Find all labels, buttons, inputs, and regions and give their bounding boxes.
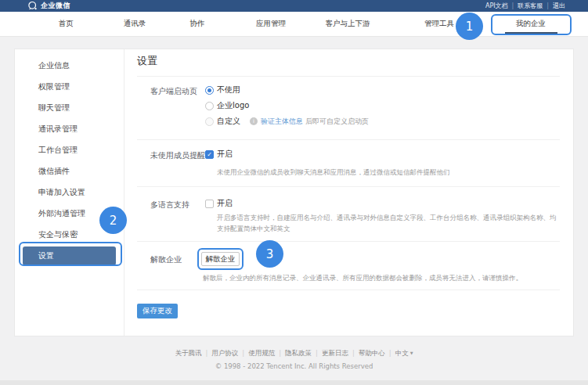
radio-custom-label[interactable]: 自定义	[217, 116, 240, 127]
remind-checkbox[interactable]: ✓	[205, 150, 214, 159]
dissolve-description: 解散后，企业内的所有消息记录、企业通讯录、所有应用的数据都会被删除，成员将无法进…	[203, 273, 563, 284]
bottom-edge	[0, 380, 588, 385]
nav-item-my-company[interactable]: 我的企业	[516, 19, 546, 29]
separator: |	[242, 349, 244, 357]
launch-page-label: 客户端启动页	[150, 86, 197, 97]
remind-toggle-row: ✓ 开启	[205, 146, 233, 162]
contact-support-link[interactable]: 联系客服	[518, 2, 543, 10]
multilang-toggle-row: 开启	[205, 196, 233, 211]
footer-links: 关于腾讯|用户协议|使用规范|隐私政策|更新日志|帮助中心|中文▼	[0, 349, 588, 358]
divider	[137, 241, 560, 242]
nav-item-customers[interactable]: 客户与上下游	[326, 19, 370, 29]
usage-policy-link[interactable]: 使用规范	[248, 349, 275, 357]
annotation-badge-1: 1	[456, 13, 483, 40]
remind-label: 未使用成员提醒	[150, 150, 205, 161]
radio-row-no-use: 不使用	[205, 82, 240, 98]
privacy-policy-link[interactable]: 隐私政策	[285, 349, 312, 357]
separator: |	[512, 2, 514, 9]
nav-item-collaboration[interactable]: 协作	[190, 19, 205, 29]
nav-item-home[interactable]: 首页	[59, 19, 74, 29]
radio-no-use[interactable]	[205, 86, 214, 95]
topbar: 企业微信 API文档 | 联系客服 | 退出	[0, 0, 588, 12]
brand-name: 企业微信	[41, 1, 70, 11]
separator: |	[547, 2, 549, 9]
verify-hint: i 验证主体信息 后即可自定义启动页	[250, 117, 369, 127]
footer: 关于腾讯|用户协议|使用规范|隐私政策|更新日志|帮助中心|中文▼ © 1998…	[0, 349, 588, 370]
divider	[137, 186, 560, 187]
remind-toggle-label[interactable]: 开启	[217, 149, 233, 160]
sidebar-item-contacts-management[interactable]: 通讯录管理	[15, 118, 124, 139]
radio-no-use-label[interactable]: 不使用	[217, 85, 240, 95]
wecom-logo-icon	[27, 1, 38, 11]
language-selector[interactable]: 中文▼	[395, 349, 413, 357]
save-changes-button[interactable]: 保存更改	[137, 304, 178, 318]
sidebar-item-chat-management[interactable]: 聊天管理	[15, 97, 124, 118]
annotation-badge-2: 2	[99, 207, 127, 234]
divider	[137, 76, 560, 77]
wecom-brand: 企业微信	[27, 1, 70, 11]
nav-item-admin-tools[interactable]: 管理工具	[424, 19, 454, 29]
logout-link[interactable]: 退出	[553, 2, 565, 10]
radio-company-logo-label[interactable]: 企业logo	[217, 100, 249, 111]
active-tab-indicator	[505, 32, 557, 34]
user-agreement-link[interactable]: 用户协议	[211, 349, 238, 357]
sidebar-item-join-settings[interactable]: 申请加入设置	[15, 182, 124, 203]
api-docs-link[interactable]: API文档	[485, 2, 508, 10]
info-icon: i	[250, 117, 258, 125]
multilang-checkbox[interactable]	[205, 200, 214, 208]
wecom-admin-page: 企业微信 API文档 | 联系客服 | 退出 首页 通讯录 协作 应用管理 客户…	[0, 0, 588, 385]
verify-subject-link[interactable]: 验证主体信息	[261, 117, 303, 127]
language-label: 中文	[395, 349, 409, 357]
verify-hint-text: 后即可自定义启动页	[305, 117, 369, 127]
chevron-down-icon: ▼	[410, 351, 413, 355]
separator: |	[279, 349, 281, 357]
dissolve-company-button[interactable]: 解散企业	[201, 252, 240, 266]
sidebar-item-settings[interactable]: 设置	[23, 246, 116, 265]
nav-item-app-management[interactable]: 应用管理	[256, 19, 286, 29]
page-title: 设置	[137, 54, 157, 68]
multilang-toggle-label[interactable]: 开启	[217, 198, 233, 209]
multilang-label: 多语言支持	[150, 200, 189, 210]
settings-panel: 企业信息 权限管理 聊天管理 通讯录管理 工作台管理 微信插件 申请加入设置 外…	[14, 49, 574, 336]
remind-description: 未使用企业微信的成员收到聊天消息和应用消息，通过微信或短信邮件提醒他们	[217, 167, 561, 178]
nav-item-contacts[interactable]: 通讯录	[124, 19, 146, 29]
topbar-links: API文档 | 联系客服 | 退出	[485, 0, 565, 12]
sidebar-item-company-info[interactable]: 企业信息	[15, 55, 124, 76]
annotation-badge-3: 3	[256, 240, 283, 268]
about-tencent-link[interactable]: 关于腾讯	[175, 349, 201, 357]
sidebar: 企业信息 权限管理 聊天管理 通讯录管理 工作台管理 微信插件 申请加入设置 外…	[15, 49, 124, 336]
radio-company-logo[interactable]	[205, 102, 214, 110]
copyright: © 1998 - 2022 Tencent Inc. All Rights Re…	[0, 362, 588, 370]
separator: |	[316, 349, 318, 357]
sidebar-item-permissions[interactable]: 权限管理	[15, 76, 124, 97]
divider	[137, 290, 560, 290]
sidebar-item-workbench[interactable]: 工作台管理	[15, 139, 124, 160]
radio-custom[interactable]	[205, 117, 214, 126]
help-center-link[interactable]: 帮助中心	[359, 349, 385, 357]
separator: |	[352, 349, 355, 357]
multilang-description: 开启多语言支持时，自建应用名与介绍、通讯录与对外信息自定义字段、工作台分组名称、…	[217, 213, 560, 234]
radio-row-company-logo: 企业logo	[205, 98, 249, 113]
separator: |	[389, 349, 391, 357]
sidebar-item-wechat-plugin[interactable]: 微信插件	[15, 160, 124, 182]
dissolve-label: 解散企业	[150, 254, 182, 265]
main-nav: 首页 通讯录 协作 应用管理 客户与上下游 管理工具 我的企业	[0, 12, 588, 37]
separator: |	[205, 349, 207, 357]
divider	[137, 139, 560, 140]
changelog-link[interactable]: 更新日志	[322, 349, 348, 357]
radio-row-custom: 自定义 i 验证主体信息 后即可自定义启动页	[205, 113, 369, 129]
